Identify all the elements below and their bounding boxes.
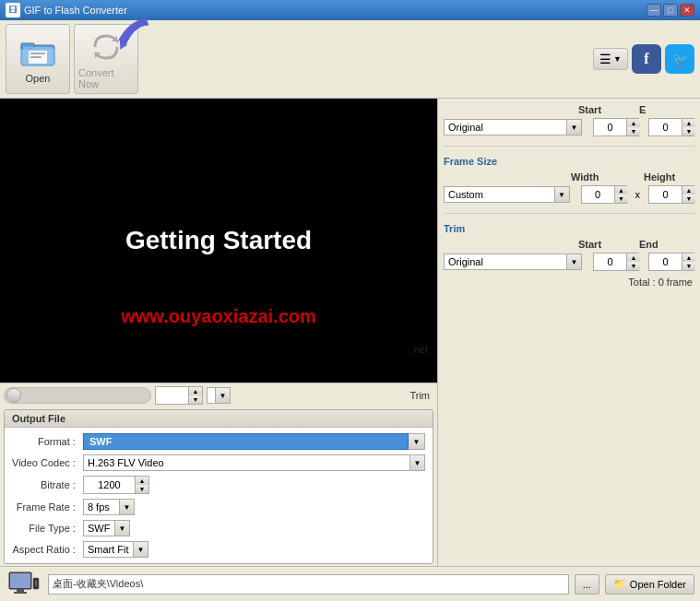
clip-original-arrow[interactable]: ▼ xyxy=(566,120,581,135)
twitter-button[interactable]: 🐦 xyxy=(665,44,694,74)
twitter-icon: 🐦 xyxy=(672,52,688,66)
minimize-button[interactable]: — xyxy=(647,4,661,17)
open-button[interactable]: Open xyxy=(6,24,70,94)
trim-start-down[interactable]: ▼ xyxy=(627,262,640,270)
convert-now-label: Convert Now xyxy=(78,67,134,89)
svg-rect-5 xyxy=(30,56,42,58)
frame-height-input-wrap[interactable]: ▲ ▼ xyxy=(648,185,694,204)
trim-end-input[interactable] xyxy=(649,253,682,270)
video-codec-select-wrap[interactable]: H.263 FLV Video H.264 FLV Video VP6 FLV … xyxy=(83,454,425,471)
aspect-ratio-select[interactable]: Smart Fit Original 4:3 16:9 xyxy=(84,542,133,557)
frame-width-input[interactable] xyxy=(582,186,614,203)
dropdown-arrow-icon: ▼ xyxy=(613,54,622,64)
list-view-button[interactable]: ☰ ▼ xyxy=(593,48,628,70)
trim-original-arrow[interactable]: ▼ xyxy=(566,254,581,269)
size-x-separator: x xyxy=(633,189,644,200)
frame-spin-up[interactable]: ▲ xyxy=(189,387,202,395)
fps-dropdown-arrow[interactable]: ▼ xyxy=(215,388,230,403)
playback-slider[interactable] xyxy=(4,387,151,404)
bitrate-spin-up[interactable]: ▲ xyxy=(136,477,148,485)
bitrate-spinbox[interactable]: ▲ ▼ xyxy=(83,476,149,494)
trim-start-input-wrap[interactable]: ▲ ▼ xyxy=(593,253,639,271)
frame-width-input-wrap[interactable]: ▲ ▼ xyxy=(581,185,627,204)
svg-rect-8 xyxy=(17,589,24,592)
monitor-icon xyxy=(7,571,41,598)
trim-end-input-wrap[interactable]: ▲ ▼ xyxy=(648,253,694,271)
frame-height-up[interactable]: ▲ xyxy=(682,186,695,194)
clip-start-down[interactable]: ▼ xyxy=(627,127,640,136)
list-view-icon: ☰ xyxy=(599,52,611,66)
clip-values-row: Original Custom ▼ ▲ ▼ xyxy=(444,118,694,136)
trim-group: Trim Start End Original Custom ▼ xyxy=(444,223,694,288)
frame-spin-arrows: ▲ ▼ xyxy=(188,387,202,404)
clip-start-input-wrap[interactable]: ▲ ▼ xyxy=(593,118,639,136)
facebook-button[interactable]: f xyxy=(632,44,661,74)
output-header: Output File xyxy=(5,410,433,428)
width-col-label: Width xyxy=(571,171,622,183)
video-codec-arrow[interactable]: ▼ xyxy=(409,455,424,470)
aspect-ratio-select-wrap[interactable]: Smart Fit Original 4:3 16:9 ▼ xyxy=(83,541,148,558)
output-section: Output File Format : SWF ▼ Video Codec : xyxy=(4,409,433,564)
frame-rate-select-wrap[interactable]: 8 fps 10 fps 15 fps 24 fps 30 fps ▼ xyxy=(83,499,135,515)
format-label: Format : xyxy=(12,436,76,447)
output-path-input[interactable] xyxy=(48,574,569,595)
frame-size-custom-select[interactable]: Custom Original 320x240 640x480 xyxy=(445,187,554,202)
bitrate-spin-down[interactable]: ▼ xyxy=(136,485,148,493)
clip-start-up[interactable]: ▲ xyxy=(627,119,640,127)
frame-width-down[interactable]: ▼ xyxy=(615,194,628,203)
start-col-label: Start xyxy=(578,104,634,115)
file-type-select[interactable]: SWF FLV xyxy=(84,521,114,536)
frame-size-custom-select-wrap[interactable]: Custom Original 320x240 640x480 ▼ xyxy=(444,186,570,203)
frame-rate-arrow[interactable]: ▼ xyxy=(119,500,134,514)
clip-end-up[interactable]: ▲ xyxy=(682,119,695,127)
fps-select[interactable] xyxy=(208,388,215,403)
preview-area: Getting Started net www.ouyaoxiazai.com xyxy=(0,99,437,383)
fps-select-wrap[interactable]: ▼ xyxy=(207,387,231,404)
height-col-label: Height xyxy=(644,171,694,183)
frame-spin-down[interactable]: ▼ xyxy=(189,395,202,404)
frame-height-input[interactable] xyxy=(649,186,682,203)
trim-end-label: End xyxy=(639,239,694,250)
bitrate-spin-arrows: ▲ ▼ xyxy=(135,477,148,493)
close-button[interactable]: ✕ xyxy=(680,4,694,17)
frame-size-section-label: Frame Size xyxy=(444,156,694,167)
clip-end-input-wrap[interactable]: ▲ ▼ xyxy=(648,118,694,136)
clip-start-input[interactable] xyxy=(594,119,626,136)
trim-original-select-wrap[interactable]: Original Custom ▼ xyxy=(444,253,582,270)
frame-spinbox[interactable]: ▲ ▼ xyxy=(155,386,203,405)
divider-1 xyxy=(444,146,694,147)
main-window: Open Convert Now xyxy=(0,20,700,601)
clip-end-down[interactable]: ▼ xyxy=(682,127,695,136)
aspect-ratio-label: Aspect Ratio : xyxy=(12,544,76,555)
file-type-arrow[interactable]: ▼ xyxy=(114,521,129,536)
open-folder-button[interactable]: 📁 Open Folder xyxy=(605,574,694,595)
frame-size-custom-arrow[interactable]: ▼ xyxy=(554,187,569,202)
clip-original-select-wrap[interactable]: Original Custom ▼ xyxy=(444,119,582,136)
frame-width-up[interactable]: ▲ xyxy=(615,186,628,194)
trim-start-up[interactable]: ▲ xyxy=(627,253,640,262)
clip-end-input[interactable] xyxy=(649,119,682,136)
trim-end-up[interactable]: ▲ xyxy=(682,253,695,262)
slider-thumb[interactable] xyxy=(6,388,21,403)
frame-height-down[interactable]: ▼ xyxy=(682,194,695,203)
preview-and-controls: Getting Started net www.ouyaoxiazai.com … xyxy=(0,99,437,566)
toolbar: Open Convert Now xyxy=(0,20,700,99)
clip-settings-group: Start E Original Custom ▼ ▲ xyxy=(444,104,694,136)
trim-start-spin: ▲ ▼ xyxy=(626,253,640,270)
app-body: Getting Started net www.ouyaoxiazai.com … xyxy=(0,99,700,566)
trim-start-input[interactable] xyxy=(594,253,626,270)
video-codec-select[interactable]: H.263 FLV Video H.264 FLV Video VP6 FLV … xyxy=(84,455,409,470)
browse-button[interactable]: ... xyxy=(575,574,599,595)
file-type-field: SWF FLV ▼ xyxy=(83,520,425,536)
frame-input[interactable] xyxy=(156,387,188,404)
format-dropdown-arrow[interactable]: ▼ xyxy=(409,433,425,450)
clip-original-select[interactable]: Original Custom xyxy=(445,120,566,135)
trim-end-down[interactable]: ▼ xyxy=(682,262,695,270)
trim-original-select[interactable]: Original Custom xyxy=(445,254,566,269)
frame-height-spin: ▲ ▼ xyxy=(682,186,695,203)
bitrate-input[interactable] xyxy=(84,477,135,493)
frame-rate-select[interactable]: 8 fps 10 fps 15 fps 24 fps 30 fps xyxy=(84,500,119,514)
maximize-button[interactable]: □ xyxy=(663,4,678,17)
file-type-select-wrap[interactable]: SWF FLV ▼ xyxy=(83,520,130,536)
aspect-ratio-arrow[interactable]: ▼ xyxy=(133,542,148,557)
